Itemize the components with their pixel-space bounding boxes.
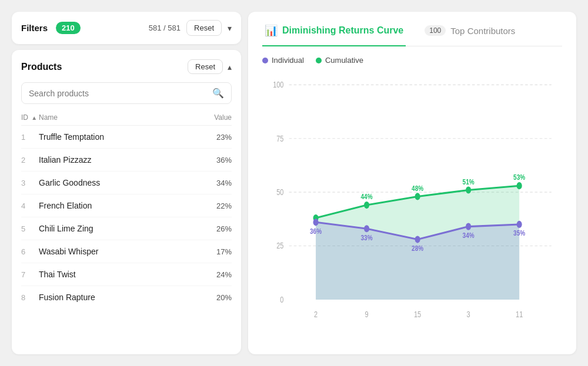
col-name-header[interactable]: Name	[39, 113, 202, 122]
svg-text:48%: 48%	[412, 183, 423, 193]
legend-individual: Individual	[262, 56, 304, 65]
search-icon: 🔍	[212, 88, 224, 99]
svg-text:9: 9	[365, 310, 369, 320]
product-name: Thai Twist	[39, 270, 202, 279]
product-value: 26%	[202, 224, 232, 233]
svg-text:33%: 33%	[361, 233, 373, 242]
individual-dot	[262, 58, 268, 63]
product-row: 1 Truffle Temptation 23%	[21, 126, 232, 149]
filters-count: 581 / 581	[149, 23, 181, 32]
left-panel: Filters 210 581 / 581 Reset ▾ Products R…	[12, 12, 241, 354]
svg-text:44%: 44%	[361, 192, 373, 202]
product-value: 22%	[202, 202, 232, 210]
search-input[interactable]	[29, 89, 212, 98]
individual-dot-1	[313, 219, 319, 226]
product-id: 4	[21, 202, 39, 210]
table-header: ID ▲ Name Value	[21, 111, 232, 126]
cumulative-dot-3	[415, 193, 420, 200]
product-id: 7	[21, 270, 39, 279]
svg-text:53%: 53%	[513, 173, 525, 182]
svg-text:11: 11	[516, 310, 523, 320]
product-id: 5	[21, 224, 39, 233]
product-value: 24%	[202, 270, 232, 279]
products-header: Products Reset ▴	[21, 59, 232, 74]
product-id: 6	[21, 247, 39, 256]
cumulative-dot	[316, 58, 322, 63]
product-row: 2 Italian Pizzazz 36%	[21, 149, 232, 172]
col-value-header: Value	[202, 113, 232, 122]
product-name: French Elation	[39, 201, 202, 210]
cumulative-dot-5	[517, 182, 522, 189]
legend-cumulative: Cumulative	[316, 56, 363, 65]
products-panel: Products Reset ▴ 🔍 ID ▲ Name	[12, 50, 241, 354]
svg-text:28%: 28%	[412, 244, 423, 253]
products-title: Products	[21, 62, 62, 72]
product-value: 23%	[202, 133, 232, 142]
svg-text:15: 15	[414, 310, 421, 320]
product-value: 20%	[202, 293, 232, 302]
product-row: 7 Thai Twist 24%	[21, 263, 232, 286]
legend-cumulative-label: Cumulative	[325, 56, 363, 65]
product-list: 1 Truffle Temptation 23% 2 Italian Pizza…	[21, 126, 232, 345]
product-value: 34%	[202, 179, 232, 187]
product-row: 5 Chili Lime Zing 26%	[21, 217, 232, 240]
chart-legend: Individual Cumulative	[262, 56, 562, 65]
product-value: 17%	[202, 247, 232, 256]
main-container: Filters 210 581 / 581 Reset ▾ Products R…	[0, 0, 588, 366]
svg-text:51%: 51%	[463, 177, 475, 186]
products-chevron-icon[interactable]: ▴	[228, 62, 232, 72]
sort-indicator[interactable]: ▲	[31, 115, 37, 121]
individual-dot-4	[466, 223, 471, 230]
product-id: 8	[21, 293, 39, 302]
product-name: Chili Lime Zing	[39, 224, 202, 233]
svg-text:3: 3	[467, 310, 470, 320]
chart-svg: 100 75 50 25 0 2 9 15 3 11	[262, 70, 562, 343]
filters-chevron-icon[interactable]: ▾	[228, 23, 232, 33]
product-id: 3	[21, 179, 39, 187]
svg-text:0: 0	[280, 294, 283, 304]
product-row: 8 Fusion Rapture 20%	[21, 286, 232, 308]
right-panel: 📊 Diminishing Returns Curve 100 Top Cont…	[248, 12, 576, 354]
individual-dot-2	[364, 225, 369, 232]
chart-area: 100 75 50 25 0 2 9 15 3 11	[262, 70, 562, 343]
product-name: Fusion Rapture	[39, 293, 202, 302]
legend-individual-label: Individual	[272, 56, 304, 65]
product-row: 3 Garlic Goodness 34%	[21, 172, 232, 194]
svg-text:75: 75	[276, 133, 283, 143]
svg-text:100: 100	[273, 80, 283, 90]
product-value: 36%	[202, 156, 232, 164]
product-id: 1	[21, 133, 39, 142]
product-row: 6 Wasabi Whisper 17%	[21, 240, 232, 263]
tabs-bar: 📊 Diminishing Returns Curve 100 Top Cont…	[262, 23, 562, 46]
tab-top-contributors-label: Top Contributors	[450, 26, 515, 36]
cumulative-dot-2	[364, 202, 369, 209]
svg-text:25: 25	[276, 241, 283, 251]
individual-dot-3	[415, 236, 420, 243]
product-name: Truffle Temptation	[39, 132, 202, 142]
product-id: 2	[21, 156, 39, 164]
filters-label: Filters	[21, 23, 48, 33]
product-name: Garlic Goodness	[39, 178, 202, 187]
svg-text:36%: 36%	[310, 226, 322, 236]
col-id-header: ID ▲	[21, 113, 39, 122]
individual-dot-5	[517, 221, 522, 228]
filters-bar: Filters 210 581 / 581 Reset ▾	[12, 12, 241, 44]
tab-diminishing-returns[interactable]: 📊 Diminishing Returns Curve	[262, 24, 406, 46]
search-box: 🔍	[21, 82, 232, 104]
svg-text:50: 50	[276, 187, 283, 197]
top-contributors-badge: 100	[425, 25, 446, 36]
svg-text:34%: 34%	[463, 231, 475, 240]
tab-diminishing-label: Diminishing Returns Curve	[282, 25, 403, 36]
product-name: Wasabi Whisper	[39, 247, 202, 256]
svg-text:35%: 35%	[513, 229, 525, 238]
filters-reset-button[interactable]: Reset	[186, 20, 222, 36]
product-name: Italian Pizzazz	[39, 155, 202, 164]
svg-text:2: 2	[314, 310, 318, 320]
chart-icon: 📊	[265, 24, 278, 37]
cumulative-dot-4	[466, 186, 471, 193]
products-reset-button[interactable]: Reset	[188, 59, 223, 74]
filters-badge: 210	[56, 22, 81, 34]
tab-top-contributors[interactable]: 100 Top Contributors	[422, 25, 517, 45]
product-row: 4 French Elation 22%	[21, 194, 232, 217]
